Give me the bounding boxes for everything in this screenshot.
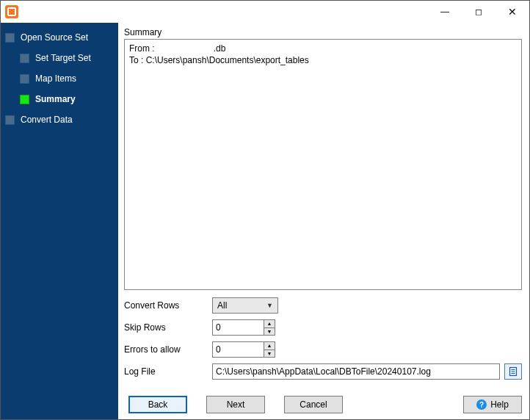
help-icon: ? (476, 399, 487, 410)
log-file-browse-button[interactable] (504, 363, 522, 380)
app-icon (5, 5, 18, 18)
convert-rows-select[interactable]: All ▼ (212, 297, 278, 314)
summary-from-value: .db (214, 43, 226, 54)
step-marker-icon (20, 54, 29, 63)
step-marker-icon (5, 33, 15, 43)
skip-rows-decrement[interactable]: ▼ (264, 327, 275, 336)
errors-allow-decrement[interactable]: ▼ (264, 350, 275, 358)
step-marker-icon (20, 74, 29, 84)
main-panel: Summary From : .db To : C:\Users\pansh\D… (118, 23, 529, 419)
section-title: Summary (124, 27, 522, 37)
summary-to-label: To : (129, 55, 143, 65)
chevron-down-icon: ▼ (266, 302, 273, 309)
sidebar-item-label: Summary (35, 94, 76, 104)
errors-allow-label: Errors to allow (124, 344, 212, 355)
step-marker-icon (20, 95, 29, 104)
skip-rows-increment[interactable]: ▲ (264, 319, 275, 327)
sidebar-item-convert-data[interactable]: Convert Data (1, 109, 118, 130)
sidebar-item-set-target-set[interactable]: Set Target Set (1, 48, 118, 68)
help-button[interactable]: ? Help (463, 396, 522, 413)
cancel-button[interactable]: Cancel (284, 396, 343, 413)
wizard-sidebar: Open Source Set Set Target Set Map Items… (1, 23, 118, 419)
sidebar-item-label: Open Source Set (21, 32, 88, 43)
skip-rows-input[interactable] (212, 319, 264, 336)
log-file-input[interactable] (212, 363, 500, 380)
log-file-label: Log File (124, 366, 212, 377)
maximize-button[interactable]: ◻ (462, 1, 495, 23)
summary-from-label: From : (129, 43, 155, 54)
document-icon (508, 366, 518, 377)
back-button[interactable]: Back (128, 396, 187, 413)
options-area: Convert Rows All ▼ Skip Rows ▲ ▼ Errors … (124, 297, 522, 385)
sidebar-item-summary[interactable]: Summary (1, 89, 118, 109)
window-controls: — ◻ ✕ (428, 1, 529, 23)
convert-rows-label: Convert Rows (124, 300, 212, 311)
close-button[interactable]: ✕ (495, 1, 529, 23)
sidebar-item-open-source-set[interactable]: Open Source Set (1, 27, 118, 48)
skip-rows-label: Skip Rows (124, 322, 212, 333)
sidebar-item-label: Map Items (35, 73, 76, 84)
errors-allow-input[interactable] (212, 341, 264, 358)
sidebar-item-map-items[interactable]: Map Items (1, 68, 118, 89)
step-marker-icon (5, 115, 15, 125)
next-button[interactable]: Next (206, 396, 265, 413)
titlebar: — ◻ ✕ (1, 1, 529, 23)
button-bar: Back Next Cancel ? Help (124, 385, 522, 413)
convert-rows-value: All (217, 300, 227, 311)
minimize-button[interactable]: — (428, 1, 462, 23)
errors-allow-increment[interactable]: ▲ (264, 341, 275, 350)
sidebar-item-label: Set Target Set (35, 53, 91, 63)
sidebar-item-label: Convert Data (21, 115, 73, 125)
summary-to-value: C:\Users\pansh\Documents\export_tables (146, 55, 309, 65)
summary-textarea[interactable]: From : .db To : C:\Users\pansh\Documents… (124, 39, 522, 290)
